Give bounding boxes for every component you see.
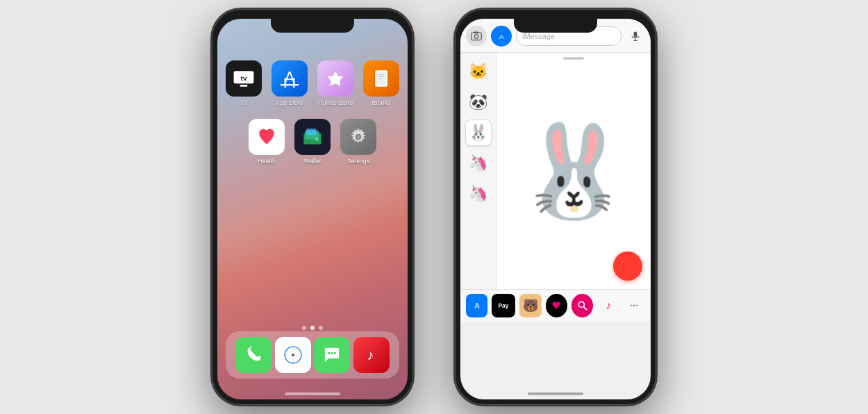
health-icon bbox=[249, 119, 285, 155]
tv-label: TV bbox=[240, 99, 248, 106]
animoji-panda[interactable]: 🐼 bbox=[465, 89, 492, 115]
page-dot-active bbox=[310, 326, 315, 330]
toolbar-more[interactable]: ··· bbox=[624, 294, 645, 317]
app-tv[interactable]: tv TV bbox=[226, 60, 262, 106]
svg-rect-16 bbox=[306, 129, 316, 135]
svg-text:♪: ♪ bbox=[367, 347, 374, 363]
tv-icon: tv bbox=[226, 60, 262, 97]
svg-point-27 bbox=[292, 354, 294, 356]
dock-safari[interactable] bbox=[275, 337, 311, 373]
app-row-2: Health Wallet bbox=[249, 119, 376, 165]
animoji-main: 🐰 bbox=[496, 53, 651, 289]
imessage-placeholder: iMessage bbox=[522, 32, 555, 40]
imessage-bar: A iMessage bbox=[460, 19, 651, 53]
animoji-cat[interactable]: 🐱 bbox=[465, 58, 492, 85]
animoji-toolbar: A Pay 🐻 bbox=[460, 289, 651, 322]
svg-rect-34 bbox=[474, 32, 478, 33]
app-health[interactable]: Health bbox=[249, 119, 285, 165]
svg-text:tv: tv bbox=[241, 74, 247, 82]
camera-button[interactable] bbox=[466, 26, 487, 47]
dock-messages[interactable] bbox=[314, 337, 350, 373]
animoji-rabbit[interactable]: 🐰 bbox=[465, 119, 492, 146]
svg-rect-36 bbox=[634, 32, 637, 38]
svg-text:A: A bbox=[499, 33, 504, 40]
toolbar-search[interactable] bbox=[571, 294, 593, 317]
settings-label: Settings bbox=[347, 158, 370, 165]
toolbar-music[interactable]: ♪ bbox=[597, 294, 619, 317]
animoji-unicorn1[interactable]: 🦄 bbox=[465, 150, 492, 176]
record-button[interactable] bbox=[613, 251, 642, 281]
appstore-label: App Store bbox=[276, 99, 303, 106]
app-itunes[interactable]: iTunes Store bbox=[317, 60, 353, 106]
home-screen-bg: tv TV A bbox=[217, 19, 408, 399]
phone-1-screen: tv TV A bbox=[217, 19, 408, 399]
toolbar-heart[interactable] bbox=[546, 294, 567, 317]
svg-rect-1 bbox=[240, 85, 248, 87]
animoji-area: 🐱 🐼 🐰 🦄 🦄 🐰 bbox=[460, 53, 651, 289]
dock-phone[interactable] bbox=[235, 337, 272, 373]
toolbar-appstore[interactable]: A bbox=[466, 294, 487, 317]
toolbar-animoji[interactable]: 🐻 bbox=[519, 294, 541, 317]
svg-marker-7 bbox=[327, 71, 343, 86]
app-wallet[interactable]: Wallet bbox=[294, 119, 331, 165]
page-dot bbox=[302, 326, 306, 330]
phone-2: A iMessage bbox=[455, 9, 656, 405]
svg-point-30 bbox=[334, 352, 336, 354]
mic-button[interactable] bbox=[626, 26, 645, 46]
dock-music[interactable]: ♪ bbox=[353, 337, 390, 373]
animoji-display: 🐰 bbox=[517, 126, 630, 216]
app-row-1: tv TV A bbox=[226, 60, 399, 106]
phone-1: tv TV A bbox=[212, 9, 413, 405]
appstore-button[interactable]: A bbox=[491, 26, 512, 47]
animoji-unicorn2[interactable]: 🦄 bbox=[465, 181, 492, 207]
svg-point-17 bbox=[315, 138, 319, 141]
svg-text:A: A bbox=[474, 301, 480, 310]
page-dots bbox=[217, 326, 408, 330]
svg-rect-32 bbox=[471, 33, 481, 40]
page-dot bbox=[319, 326, 323, 330]
toolbar-applepay[interactable]: Pay bbox=[492, 294, 515, 317]
imessage-screen: A iMessage bbox=[460, 19, 651, 399]
svg-line-42 bbox=[583, 307, 586, 310]
svg-text:Pay: Pay bbox=[499, 302, 509, 309]
ibooks-icon bbox=[363, 60, 399, 97]
svg-point-29 bbox=[331, 352, 333, 354]
animoji-sidebar: 🐱 🐼 🐰 🦄 🦄 bbox=[460, 53, 496, 289]
home-indicator bbox=[285, 392, 340, 395]
app-appstore[interactable]: A App Store bbox=[272, 60, 308, 106]
svg-point-28 bbox=[328, 352, 330, 354]
health-label: Health bbox=[258, 158, 276, 165]
itunes-label: iTunes Store bbox=[318, 99, 353, 106]
ibooks-label: iBooks bbox=[372, 99, 390, 106]
home-indicator-2 bbox=[528, 392, 583, 395]
svg-point-33 bbox=[474, 35, 478, 39]
imessage-input[interactable]: iMessage bbox=[516, 26, 621, 46]
dock: ♪ bbox=[226, 331, 399, 379]
app-settings[interactable]: Settings bbox=[340, 119, 376, 165]
wallet-label: Wallet bbox=[304, 158, 322, 165]
app-ibooks[interactable]: iBooks bbox=[363, 60, 399, 106]
itunes-icon bbox=[317, 60, 353, 97]
phone-2-screen: A iMessage bbox=[460, 19, 651, 399]
svg-point-20 bbox=[356, 135, 360, 138]
collapse-handle[interactable] bbox=[563, 57, 584, 60]
appstore-icon: A bbox=[272, 60, 308, 97]
app-grid: tv TV A bbox=[217, 60, 408, 165]
wallet-icon bbox=[294, 119, 331, 155]
settings-icon bbox=[340, 119, 376, 155]
svg-rect-13 bbox=[374, 70, 376, 86]
